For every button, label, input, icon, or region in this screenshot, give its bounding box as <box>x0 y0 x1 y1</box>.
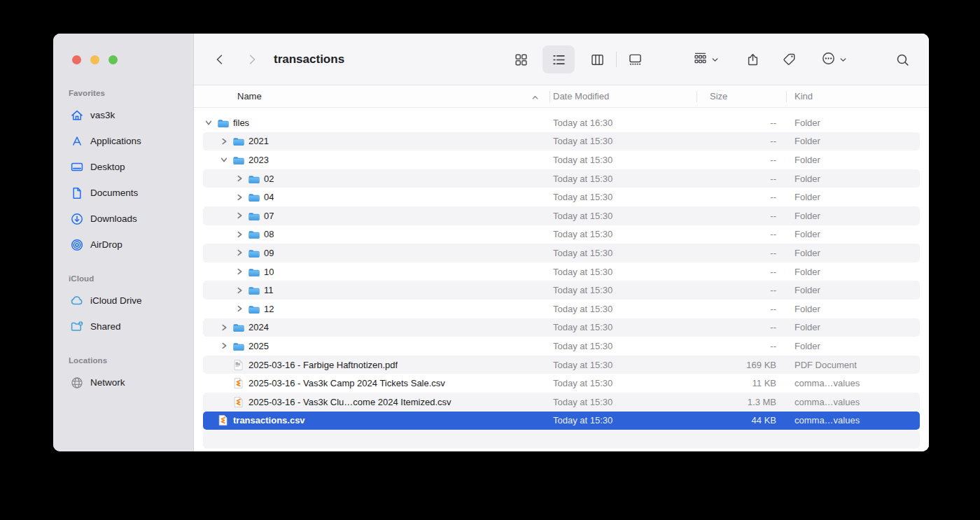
column-separator[interactable] <box>786 91 787 102</box>
tag-button[interactable] <box>773 45 805 73</box>
name-cell: 12 <box>203 303 550 315</box>
kind-cell: Folder <box>786 341 920 351</box>
disclosure-right-icon[interactable] <box>234 267 245 276</box>
sidebar-item-airdrop[interactable]: AirDrop <box>53 232 193 258</box>
more-options-button[interactable] <box>812 45 855 73</box>
column-header-size[interactable]: Size <box>710 85 727 108</box>
size-cell: -- <box>696 248 786 258</box>
size-cell: -- <box>696 341 786 351</box>
file-row[interactable]: 07Today at 15:30--Folder <box>203 206 920 225</box>
name-cell: 10 <box>203 266 550 278</box>
file-row[interactable]: 2021Today at 15:30--Folder <box>203 132 920 151</box>
folder-icon <box>248 284 260 296</box>
sidebar-item-label: Downloads <box>90 213 137 224</box>
empty-row <box>203 430 920 449</box>
minimize-button[interactable] <box>90 55 99 64</box>
forward-button[interactable] <box>242 34 262 85</box>
date-modified-cell: Today at 15:30 <box>550 174 696 184</box>
sidebar-item-vas3k[interactable]: vas3k <box>53 102 193 128</box>
disclosure-right-icon[interactable] <box>234 230 245 239</box>
column-view-button[interactable] <box>581 45 613 73</box>
file-row[interactable]: 2024Today at 15:30--Folder <box>203 318 920 337</box>
disclosure-right-icon[interactable] <box>234 193 245 202</box>
sidebar-section: Favoritesvas3kApplicationsDesktopDocumen… <box>53 84 193 258</box>
file-row[interactable]: 02Today at 15:30--Folder <box>203 169 920 188</box>
disclosure-right-icon[interactable] <box>234 174 245 183</box>
disclosure-right-icon[interactable] <box>218 323 230 332</box>
file-row[interactable]: 08Today at 15:30--Folder <box>203 225 920 244</box>
sidebar-item-documents[interactable]: Documents <box>53 180 193 206</box>
icon-view-button[interactable] <box>505 45 537 73</box>
date-modified-cell: Today at 15:30 <box>550 192 696 202</box>
sidebar-item-desktop[interactable]: Desktop <box>53 154 193 180</box>
name-cell: 2024 <box>203 321 550 333</box>
disclosure-right-icon[interactable] <box>218 137 230 146</box>
kind-cell: Folder <box>786 118 920 128</box>
folder-icon <box>248 266 260 278</box>
size-cell: 11 KB <box>696 378 786 388</box>
share-button[interactable] <box>736 45 769 73</box>
kind-cell: Folder <box>786 248 920 258</box>
chevron-down-icon <box>839 56 847 64</box>
search-button[interactable] <box>886 45 918 73</box>
file-row[interactable]: 12Today at 15:30--Folder <box>203 300 920 318</box>
sidebar-item-network[interactable]: Network <box>53 370 193 395</box>
disclosure-right-icon[interactable] <box>234 248 245 257</box>
csv-file-icon <box>232 377 244 389</box>
file-row[interactable]: 04Today at 15:30--Folder <box>203 188 920 206</box>
disclosure-down-icon[interactable] <box>218 155 230 164</box>
sidebar-item-label: Documents <box>90 188 138 198</box>
file-name: 02 <box>264 174 274 184</box>
folder-icon <box>232 135 244 147</box>
file-row[interactable]: 2025-03-16 - Vas3k Camp 2024 Tickets Sal… <box>203 374 920 393</box>
disclosure-right-icon[interactable] <box>234 304 245 313</box>
sidebar-item-downloads[interactable]: Downloads <box>53 206 193 232</box>
kind-cell: Folder <box>786 267 920 277</box>
disclosure-right-icon[interactable] <box>218 342 230 350</box>
file-row[interactable]: transactions.csvToday at 15:3044 KBcomma… <box>203 412 920 430</box>
file-row[interactable]: 2025-03-16 - Vas3k Clu…come 2024 Itemize… <box>203 393 920 412</box>
sidebar-item-label: Network <box>90 377 125 388</box>
finder-window: Favoritesvas3kApplicationsDesktopDocumen… <box>53 34 929 451</box>
sidebar-item-icloud-drive[interactable]: iCloud Drive <box>53 288 193 314</box>
file-row[interactable]: 2025Today at 15:30--Folder <box>203 337 920 356</box>
gallery-view-button[interactable] <box>619 45 651 73</box>
column-header-kind[interactable]: Kind <box>794 85 813 108</box>
sidebar-item-label: Applications <box>90 136 141 146</box>
close-button[interactable] <box>72 55 81 64</box>
column-separator[interactable] <box>550 91 550 102</box>
sidebar-item-applications[interactable]: Applications <box>53 128 193 154</box>
file-row[interactable]: 2023Today at 15:30--Folder <box>203 150 920 169</box>
file-row[interactable]: 09Today at 15:30--Folder <box>203 244 920 262</box>
file-row[interactable]: 10Today at 15:30--Folder <box>203 262 920 281</box>
kind-cell: comma…values <box>786 415 920 426</box>
date-modified-cell: Today at 16:30 <box>550 118 696 128</box>
sidebar-item-shared[interactable]: Shared <box>53 314 193 339</box>
disclosure-right-icon[interactable] <box>234 211 245 220</box>
sidebar-item-label: Desktop <box>90 162 125 172</box>
file-row[interactable]: filesToday at 16:30--Folder <box>203 113 920 132</box>
disclosure-down-icon[interactable] <box>203 118 214 127</box>
size-cell: 169 KB <box>696 360 786 370</box>
more-ellipsis-icon <box>821 51 836 69</box>
sidebar-section: LocationsNetwork <box>53 351 193 395</box>
column-header-name[interactable]: Name <box>237 85 262 108</box>
group-by-button[interactable] <box>684 45 727 73</box>
folder-icon <box>217 117 229 129</box>
list-view-button[interactable] <box>542 45 575 73</box>
zoom-button[interactable] <box>108 55 118 64</box>
sidebar-item-label: iCloud Drive <box>90 295 142 306</box>
sidebar-section-label: iCloud <box>53 269 193 288</box>
folder-icon <box>248 247 260 259</box>
sidebar-item-label: Shared <box>90 321 121 332</box>
disclosure-right-icon[interactable] <box>234 286 245 295</box>
back-button[interactable] <box>210 34 230 85</box>
size-cell: -- <box>696 174 786 184</box>
home-icon <box>70 108 84 122</box>
date-modified-cell: Today at 15:30 <box>550 397 696 407</box>
column-header-date-modified[interactable]: Date Modified <box>553 85 609 108</box>
column-separator[interactable] <box>696 91 697 102</box>
name-cell: 2023 <box>203 154 550 166</box>
file-row[interactable]: 11Today at 15:30--Folder <box>203 281 920 300</box>
file-row[interactable]: 2025-03-16 - Farbige Haftnotizen.pdfToda… <box>203 356 920 374</box>
